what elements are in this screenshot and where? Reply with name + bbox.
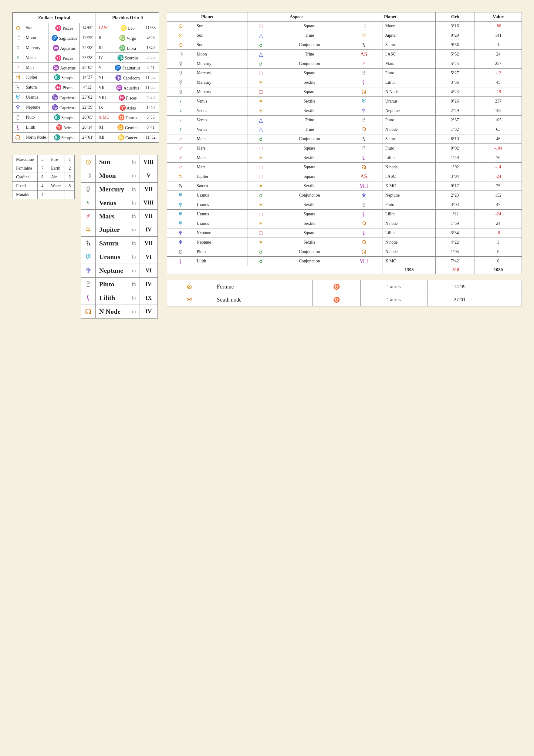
asp-sym: △ — [248, 125, 274, 134]
asp-p1-sym: ☿ — [167, 68, 194, 78]
asp-val: 105 — [475, 116, 522, 125]
modalities-section: Masculine 3 Fire 1 Feminine 7 Earth 2 Ca… — [12, 155, 75, 318]
zodiac-row: ♄ Saturn ♓ Pisces 4°12' — [13, 83, 96, 93]
aspect-row: ♃ Jupiter □ Square AS I ASC 3°04' -24 — [167, 172, 522, 181]
ph-in: in — [128, 305, 140, 318]
aspect-row: ♀ Venus ✶ Sextile ♅ Uranus 0°26' 237 — [167, 97, 522, 106]
house-deg: 1°40' — [143, 102, 159, 113]
zodiac-row: ♇ Pluto ♏ Scorpio 28°05' — [13, 113, 96, 122]
element-label: Fire — [47, 155, 65, 164]
asp-sym: ✶ — [248, 106, 274, 116]
house-deg: 4°23' — [143, 33, 159, 43]
modality-label: Masculine — [13, 155, 38, 164]
ph-name: Mars — [95, 210, 128, 223]
fort-sign: Taurus — [360, 280, 428, 293]
asp-name: Square — [274, 210, 345, 219]
ph-symbol: ☿ — [81, 183, 95, 196]
asp-orb: 9°56' — [436, 40, 475, 50]
asp-p1-sym: ♅ — [167, 219, 194, 229]
degree: 14°37' — [79, 72, 95, 83]
asp-p1-sym: ♇ — [167, 247, 194, 256]
asp-p1-sym: ☿ — [167, 78, 194, 87]
asp-p1-name: Sun — [194, 21, 248, 31]
asp-name: Square — [274, 68, 345, 78]
right-column: Planet Aspect Planet Orb Value ⊙ Sun □ S… — [167, 12, 522, 307]
modality-label: Feminine — [13, 164, 38, 173]
asp-val: -8 — [475, 229, 522, 238]
asp-val: -14 — [475, 163, 522, 172]
asp-p2-name: Mars — [383, 59, 435, 68]
sign-symbol: ♓ Pisces — [48, 83, 79, 93]
aspect-row: ♂ Mars ☌ Conjunction ♄ Saturn 6°10' 46 — [167, 134, 522, 144]
asp-name: Conjunction — [274, 59, 345, 68]
asp-p1-sym: ⚸ — [167, 256, 194, 266]
zodiac-row: ♅ Uranus ♑ Capricorn 25°02' — [13, 93, 96, 102]
asp-sym: □ — [248, 144, 274, 153]
ph-house: V — [140, 169, 157, 183]
house-num: IV — [96, 53, 112, 63]
house-num: I ASC — [96, 23, 112, 33]
planet-house-row: ♂ Mars in VII — [81, 210, 158, 223]
ph-house: VIII — [140, 155, 157, 169]
asp-orb: 1°11' — [436, 210, 475, 219]
modality-val: 8 — [38, 173, 47, 182]
asp-name: Conjunction — [274, 134, 345, 144]
zodiac-row: ☿ Mercury ♒ Aquarius 22°38' — [13, 43, 96, 53]
asp-p1-sym: ♀ — [167, 125, 194, 134]
asp-orb: 0°26' — [436, 97, 475, 106]
asp-p2-sym: AS — [345, 172, 383, 181]
asp-val: 1 — [475, 40, 522, 50]
page-layout: Zodiac: Tropical ⊙ Sun ♓ Pisces 14°09' ☽… — [12, 12, 522, 318]
sign-symbol: ♓ Pisces — [48, 53, 79, 63]
asp-name: Trine — [274, 31, 345, 40]
aspect-row: ☽ Moon △ Trine AS I ASC 5°52' 24 — [167, 50, 522, 59]
asp-p2-sym: ☊ — [345, 163, 383, 172]
planet-symbol: ♃ — [13, 72, 23, 83]
degree: 22°39' — [79, 102, 95, 113]
asp-p2-name: Lilith — [383, 78, 435, 87]
degree: 28°05' — [79, 113, 95, 122]
asp-name: Sextile — [274, 181, 345, 191]
asp-p2-name: N node — [383, 238, 435, 247]
degree: 22°38' — [79, 43, 95, 53]
house-sign: ♏ Scorpio — [112, 53, 143, 63]
degree: 28°03' — [79, 63, 95, 72]
asp-p2-sym: ♅ — [345, 97, 383, 106]
degree: 26°14' — [79, 122, 95, 133]
asp-p1-name: Mars — [194, 144, 248, 153]
aspect-row: ♀ Venus △ Trine ♇ Pluto 2°37' 105 — [167, 116, 522, 125]
ph-house: IV — [140, 305, 157, 318]
sign-symbol: ♑ Capricorn — [48, 102, 79, 113]
asp-orb: 1°02' — [436, 163, 475, 172]
house-num: IX — [96, 102, 112, 113]
asp-p1-name: Sun — [194, 31, 248, 40]
asp-sym: □ — [248, 229, 274, 238]
degree: 17°25' — [79, 33, 95, 43]
planet-house-row: ♆ Neptune in VI — [81, 264, 158, 278]
asp-name: Trine — [274, 50, 345, 59]
modalities-table: Masculine 3 Fire 1 Feminine 7 Earth 2 Ca… — [12, 155, 75, 199]
asp-name: Sextile — [274, 106, 345, 116]
asp-p1-sym: ♂ — [167, 153, 194, 163]
asp-p1-sym: ♃ — [167, 172, 194, 181]
asp-p1-sym: ☿ — [167, 59, 194, 68]
ph-name: Moon — [95, 169, 128, 183]
ph-name: Venus — [95, 196, 128, 210]
asp-p2-sym: ⚸ — [345, 153, 383, 163]
asp-p2-name: Lilith — [383, 229, 435, 238]
asp-p2-name: X MC — [383, 181, 435, 191]
sign-symbol: ♏ Scorpio — [48, 133, 79, 143]
planet-symbol: ♆ — [13, 102, 23, 113]
asp-p2-sym: ☊ — [345, 238, 383, 247]
asp-p2-name: Pluto — [383, 68, 435, 78]
asp-p1-name: Uranus — [194, 191, 248, 200]
zodiac-row: ♀ Venus ♓ Pisces 25°28' — [13, 53, 96, 63]
planet-house-row: ♇ Pluto in IV — [81, 278, 158, 291]
asp-p2-sym: ♇ — [345, 68, 383, 78]
asp-p2-sym: ⚸ — [345, 229, 383, 238]
asp-p1-name: Neptune — [194, 229, 248, 238]
asp-p2-name: Uranus — [383, 97, 435, 106]
ph-in: in — [128, 250, 140, 264]
asp-val: 0 — [475, 256, 522, 266]
asp-p1-sym: ♀ — [167, 97, 194, 106]
